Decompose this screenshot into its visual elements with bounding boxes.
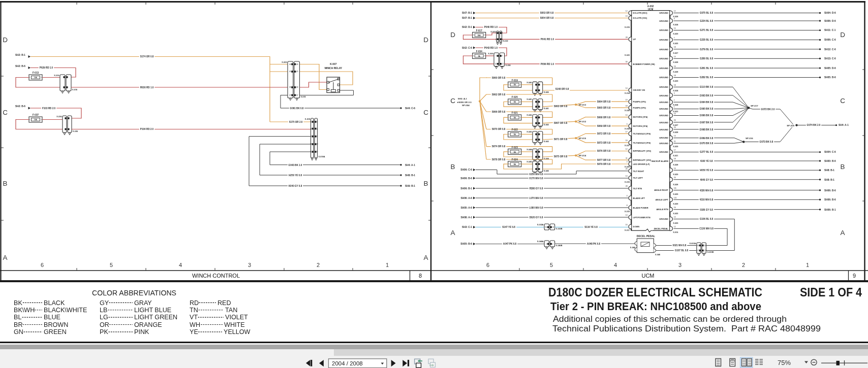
svg-text:2004 / 2008: 2004 / 2008	[332, 360, 363, 366]
svg-text:75%: 75%	[778, 359, 791, 366]
